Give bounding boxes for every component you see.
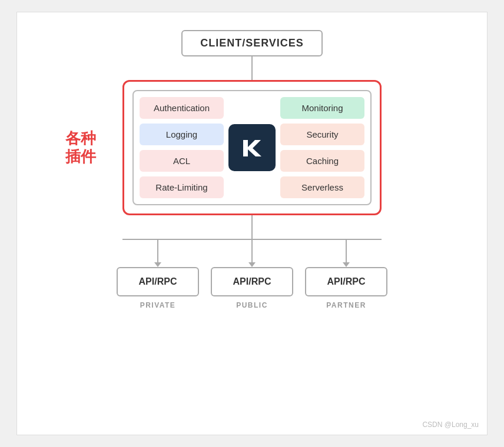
api-node-partner: API/RPC PARTNER: [299, 240, 393, 309]
connector-line-top: [251, 56, 253, 80]
diagram-container: CLIENT/SERVICES 各种 插件 Authentication Mon…: [16, 12, 488, 435]
client-services-box: CLIENT/SERVICES: [181, 30, 323, 56]
plugin-rate-limiting: Rate-Limiting: [140, 176, 224, 198]
plugin-serverless: Serverless: [280, 176, 364, 198]
arrow-private: [154, 262, 161, 267]
api-box-public: API/RPC: [211, 267, 293, 296]
connector-line-middle: [251, 215, 253, 239]
branch-label-private: PRIVATE: [140, 301, 176, 309]
plugin-grid: Authentication Monitoring Logging: [132, 90, 372, 205]
middle-connector: [251, 215, 253, 239]
arrow-partner: [343, 262, 350, 267]
api-box-partner: API/RPC: [305, 267, 387, 296]
kong-logo-cell: [228, 124, 276, 172]
api-box-private: API/RPC: [117, 267, 199, 296]
branch-container: API/RPC PRIVATE API/RPC PUBLIC: [105, 239, 399, 309]
horizontal-branch: [122, 239, 382, 240]
kong-logo: [228, 124, 276, 171]
plugin-security: Security: [280, 124, 364, 145]
api-nodes: API/RPC PRIVATE API/RPC PUBLIC: [105, 240, 399, 309]
plugin-acl: ACL: [140, 150, 224, 172]
api-node-public: API/RPC PUBLIC: [205, 240, 299, 309]
plugin-monitoring: Monitoring: [280, 97, 364, 119]
api-node-private: API/RPC PRIVATE: [111, 240, 205, 309]
branch-label-public: PUBLIC: [236, 301, 268, 309]
plugin-logging: Logging: [140, 124, 224, 145]
top-connector: [251, 56, 253, 80]
watermark: CSDN @Long_xu: [422, 421, 479, 429]
arrow-public: [248, 262, 256, 267]
branch-vline-partner: [346, 240, 347, 262]
branch-vline-public: [251, 240, 253, 262]
branch-vline-private: [157, 240, 158, 262]
side-label: 各种 插件: [65, 129, 96, 166]
branch-label-partner: PARTNER: [326, 301, 366, 309]
client-services-label: CLIENT/SERVICES: [200, 37, 304, 49]
kong-logo-svg: [236, 132, 268, 164]
plugin-authentication: Authentication: [140, 97, 224, 119]
plugin-caching: Caching: [280, 150, 364, 172]
plugin-outer-box: 各种 插件 Authentication Monitoring Logging: [122, 80, 382, 215]
